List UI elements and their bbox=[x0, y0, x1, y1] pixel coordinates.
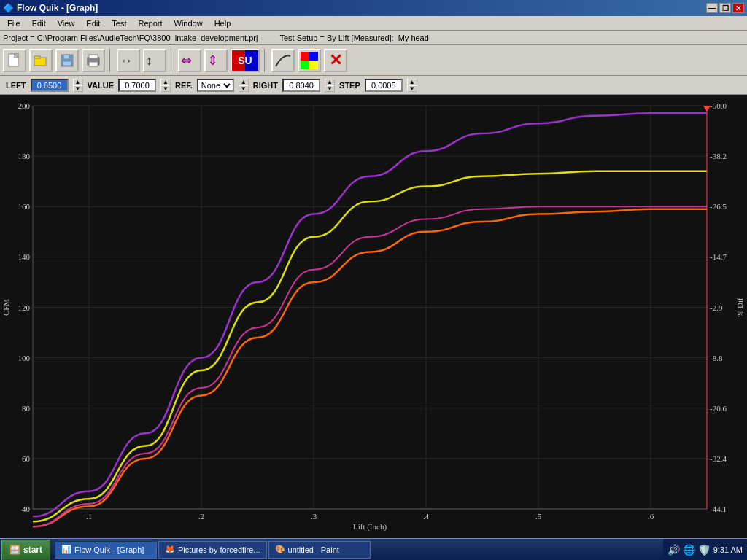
svg-text:⇕: ⇕ bbox=[207, 53, 218, 68]
sep2 bbox=[171, 49, 174, 72]
save-icon bbox=[60, 53, 74, 68]
svg-rect-9 bbox=[89, 55, 98, 58]
step-label: STEP bbox=[339, 81, 360, 90]
ref-spin-down[interactable]: ▼ bbox=[239, 85, 249, 92]
step-input[interactable] bbox=[365, 79, 403, 92]
svg-text:↔: ↔ bbox=[120, 53, 133, 68]
start-button[interactable]: 🪟 start bbox=[1, 540, 50, 560]
left-input[interactable] bbox=[31, 79, 69, 92]
app-icon: 🔷 bbox=[3, 3, 14, 13]
ref-label: REF. bbox=[175, 81, 193, 90]
tool4-icon: ⇕ bbox=[206, 50, 226, 71]
value-input[interactable] bbox=[118, 79, 156, 92]
value-spin: ▲ ▼ bbox=[160, 79, 171, 92]
print-button[interactable] bbox=[82, 49, 105, 72]
svg-rect-17 bbox=[301, 61, 309, 69]
right-label: RIGHT bbox=[253, 81, 278, 90]
windows-logo: 🪟 bbox=[9, 545, 20, 555]
left-spin: ▲ ▼ bbox=[73, 79, 83, 92]
save-button[interactable] bbox=[55, 49, 79, 72]
svg-rect-15 bbox=[301, 52, 309, 61]
menu-file[interactable]: File bbox=[3, 18, 25, 28]
step-spin-down[interactable]: ▼ bbox=[407, 85, 417, 92]
close-button[interactable]: ✕ bbox=[732, 3, 744, 13]
flowquik-label: Flow Quik - [Graph] bbox=[74, 545, 144, 554]
svg-rect-4 bbox=[34, 56, 40, 58]
menu-test[interactable]: Test bbox=[107, 18, 131, 28]
left-spin-down[interactable]: ▼ bbox=[73, 85, 83, 92]
menu-edit2[interactable]: Edit bbox=[82, 18, 104, 28]
graph-canvas[interactable] bbox=[0, 95, 747, 538]
paint-icon: 🎨 bbox=[275, 545, 285, 554]
paint-label: untitled - Paint bbox=[288, 545, 339, 554]
svg-rect-3 bbox=[34, 58, 46, 66]
svg-rect-10 bbox=[89, 62, 98, 66]
ref-spin: ▲ ▼ bbox=[239, 79, 249, 92]
step-spin: ▲ ▼ bbox=[407, 79, 417, 92]
sep1 bbox=[109, 49, 112, 72]
sep3 bbox=[264, 49, 267, 72]
curve-icon bbox=[273, 50, 293, 71]
window-title: Flow Quik - [Graph] bbox=[17, 3, 98, 13]
su-button[interactable]: SU bbox=[231, 49, 260, 72]
new-button[interactable] bbox=[3, 49, 26, 72]
tray-icon-3: 🛡️ bbox=[698, 544, 711, 556]
tray-icon-2: 🌐 bbox=[683, 544, 695, 556]
restore-button[interactable]: ❐ bbox=[719, 3, 731, 13]
step-spin-up[interactable]: ▲ bbox=[407, 79, 417, 85]
menu-report[interactable]: Report bbox=[134, 18, 167, 28]
tool3-icon: ⇔ bbox=[179, 50, 200, 71]
open-button[interactable] bbox=[29, 49, 53, 72]
color-icon bbox=[299, 50, 320, 71]
new-icon bbox=[7, 53, 22, 68]
controls-bar: LEFT ▲ ▼ VALUE ▲ ▼ REF. None ▲ ▼ RIGHT ▲… bbox=[0, 76, 747, 95]
right-spin-down[interactable]: ▼ bbox=[325, 85, 335, 92]
taskbar-app-flowquik[interactable]: 📊 Flow Quik - [Graph] bbox=[55, 541, 157, 559]
taskbar: 🪟 start 📊 Flow Quik - [Graph] 🦊 Pictures… bbox=[0, 538, 747, 560]
print-icon bbox=[86, 53, 101, 68]
close-graph-button[interactable]: ✕ bbox=[324, 49, 347, 72]
title-bar: 🔷 Flow Quik - [Graph] — ❐ ✕ bbox=[0, 0, 747, 16]
svg-rect-7 bbox=[63, 61, 71, 66]
value-spin-up[interactable]: ▲ bbox=[160, 79, 171, 85]
clock: 9:31 AM bbox=[713, 545, 743, 554]
menu-help[interactable]: Help bbox=[210, 18, 236, 28]
ref-spin-up[interactable]: ▲ bbox=[239, 79, 249, 85]
right-input[interactable] bbox=[282, 79, 320, 92]
svg-rect-18 bbox=[309, 61, 318, 69]
su-label: SU bbox=[238, 55, 252, 66]
menu-edit[interactable]: Edit bbox=[28, 18, 50, 28]
tool2-button[interactable]: ↕ bbox=[143, 49, 166, 72]
firefox-icon: 🦊 bbox=[165, 545, 175, 554]
right-spin: ▲ ▼ bbox=[325, 79, 335, 92]
svg-text:↕: ↕ bbox=[146, 53, 152, 68]
svg-rect-6 bbox=[63, 55, 69, 59]
taskbar-apps: 📊 Flow Quik - [Graph] 🦊 Pictures by forc… bbox=[55, 541, 663, 559]
color-button[interactable] bbox=[298, 49, 321, 72]
taskbar-app-firefox[interactable]: 🦊 Pictures by forcedfire... bbox=[158, 541, 267, 559]
curve-button[interactable] bbox=[271, 49, 295, 72]
value-spin-down[interactable]: ▼ bbox=[160, 85, 171, 92]
tool1-icon: ↔ bbox=[118, 50, 139, 71]
value-label: VALUE bbox=[88, 81, 114, 90]
svg-text:⇔: ⇔ bbox=[181, 53, 192, 68]
ref-select[interactable]: None bbox=[197, 79, 234, 92]
taskbar-right: 🔊 🌐 🛡️ 9:31 AM bbox=[663, 539, 747, 560]
graph-wrapper bbox=[0, 95, 747, 538]
minimize-button[interactable]: — bbox=[706, 3, 718, 13]
tool4-button[interactable]: ⇕ bbox=[204, 49, 228, 72]
title-bar-left: 🔷 Flow Quik - [Graph] bbox=[3, 3, 98, 13]
project-path: Project = C:\Program Files\AudieTech\FQ\… bbox=[3, 34, 258, 42]
toolbar: ↔ ↕ ⇔ ⇕ SU ✕ bbox=[0, 45, 747, 76]
tool1-button[interactable]: ↔ bbox=[117, 49, 140, 72]
taskbar-app-paint[interactable]: 🎨 untitled - Paint bbox=[268, 541, 371, 559]
left-spin-up[interactable]: ▲ bbox=[73, 79, 83, 85]
menu-view[interactable]: View bbox=[53, 18, 80, 28]
svg-rect-16 bbox=[309, 52, 318, 61]
right-spin-up[interactable]: ▲ bbox=[325, 79, 335, 85]
tool3-button[interactable]: ⇔ bbox=[178, 49, 201, 72]
menu-window[interactable]: Window bbox=[170, 18, 207, 28]
left-label: LEFT bbox=[6, 81, 26, 90]
test-setup: Test Setup = By Lift [Measured]: bbox=[279, 34, 393, 42]
firefox-label: Pictures by forcedfire... bbox=[178, 545, 260, 554]
